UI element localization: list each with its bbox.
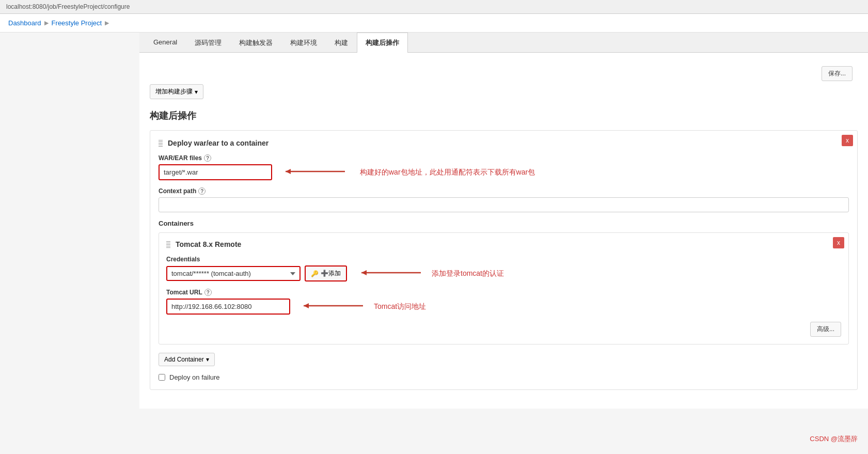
tab-source[interactable]: 源码管理 [186, 33, 230, 53]
add-build-step-arrow: ▾ [195, 88, 198, 96]
war-input-row: 构建好的war包地址，此处用通配符表示下载所有war包 [159, 164, 849, 180]
tomcat-url-help-icon[interactable]: ? [204, 289, 212, 296]
add-build-step-button[interactable]: 增加构建步骤 ▾ [150, 84, 203, 99]
tab-post-build[interactable]: 构建后操作 [357, 33, 408, 53]
browser-bar: localhost:8080/job/FreestyleProject/conf… [0, 0, 868, 14]
war-arrow-svg [280, 166, 348, 177]
tomcat-url-arrow-graphic [298, 301, 366, 312]
tab-trigger[interactable]: 构建触发器 [230, 33, 281, 53]
breadcrumb-project[interactable]: Freestyle Project [52, 19, 102, 27]
drag-handle-tomcat[interactable] [166, 240, 170, 248]
tomcat-url-arrow-svg [298, 301, 366, 311]
content-area: 保存... 增加构建步骤 ▾ 构建后操作 x Deploy war/ear to… [139, 53, 868, 409]
add-build-step-row: 增加构建步骤 ▾ [150, 84, 858, 99]
tabs-bar: General 源码管理 构建触发器 构建环境 构建 构建后操作 [139, 33, 868, 53]
credentials-label: Credentials [166, 256, 841, 263]
context-path-row: Context path ? [159, 187, 849, 212]
war-annotation-row: 构建好的war包地址，此处用通配符表示下载所有war包 [280, 166, 535, 178]
context-path-input[interactable] [159, 197, 849, 212]
post-build-title: 构建后操作 [150, 109, 858, 122]
add-container-row: Add Container ▾ [159, 353, 849, 366]
add-build-step-label: 增加构建步骤 [155, 87, 193, 96]
save-button[interactable]: 保存... [822, 66, 853, 81]
creds-annotation-text: 添加登录tomcat的认证 [432, 269, 504, 278]
war-ear-input[interactable] [159, 164, 272, 180]
breadcrumb-dashboard[interactable]: Dashboard [8, 19, 41, 27]
drag-handle-deploy[interactable] [159, 139, 163, 147]
tab-general[interactable]: General [145, 33, 186, 53]
creds-arrow-svg [356, 268, 423, 278]
tomcat-url-input-row: Tomcat访问地址 [166, 299, 841, 315]
context-path-label: Context path ? [159, 187, 849, 195]
tomcat-url-label: Tomcat URL ? [166, 289, 841, 296]
breadcrumb: Dashboard ▶ Freestyle Project ▶ [0, 14, 868, 33]
creds-arrow-graphic [356, 268, 423, 279]
deploy-section-header: Deploy war/ear to a container [159, 139, 849, 147]
war-help-icon[interactable]: ? [204, 154, 211, 162]
add-label: ➕添加 [321, 269, 341, 278]
containers-label: Containers [159, 220, 849, 227]
credentials-add-button[interactable]: 🔑 ➕添加 [305, 265, 347, 281]
svg-marker-1 [286, 169, 291, 174]
breadcrumb-sep1: ▶ [44, 20, 49, 26]
deploy-on-failure-label: Deploy on failure [169, 373, 220, 381]
advanced-btn-row: 高级... [166, 322, 841, 337]
tomcat-section: x Tomcat 8.x Remote Credentials tomcat/*… [159, 232, 849, 345]
tomcat-url-annotation-row: Tomcat访问地址 [298, 301, 426, 312]
war-arrow-graphic [280, 166, 348, 178]
tab-build[interactable]: 构建 [326, 33, 357, 53]
deploy-section: x Deploy war/ear to a container WAR/EAR … [150, 130, 858, 390]
credentials-row: Credentials tomcat/****** (tomcat-auth) … [166, 256, 841, 281]
watermark: CSDN @流墨辞 [810, 434, 858, 444]
tab-build-env[interactable]: 构建环境 [281, 33, 326, 53]
svg-marker-3 [361, 270, 367, 275]
add-container-arrow: ▾ [206, 356, 209, 363]
deploy-close-button[interactable]: x [842, 135, 853, 146]
advanced-button[interactable]: 高级... [810, 322, 841, 337]
context-help-icon[interactable]: ? [198, 187, 206, 195]
deploy-on-failure-checkbox[interactable] [159, 374, 165, 381]
tomcat-section-header: Tomcat 8.x Remote [166, 240, 841, 248]
credentials-select[interactable]: tomcat/****** (tomcat-auth) [166, 266, 301, 281]
svg-marker-5 [304, 303, 309, 308]
breadcrumb-sep2: ▶ [105, 20, 109, 26]
add-container-button[interactable]: Add Container ▾ [159, 353, 215, 366]
deploy-failure-row: Deploy on failure [159, 373, 849, 381]
add-container-label: Add Container [164, 356, 204, 363]
creds-annotation-row: 添加登录tomcat的认证 [356, 268, 504, 279]
tomcat-url-input[interactable] [166, 299, 290, 315]
url-bar: localhost:8080/job/FreestyleProject/conf… [6, 3, 130, 10]
tomcat-url-annotation-text: Tomcat访问地址 [374, 302, 426, 311]
deploy-section-title: Deploy war/ear to a container [168, 139, 269, 147]
war-field-label: WAR/EAR files ? [159, 154, 849, 162]
save-btn-row: 保存... [150, 63, 858, 84]
war-annotation-text: 构建好的war包地址，此处用通配符表示下载所有war包 [360, 168, 535, 177]
credentials-input-row: tomcat/****** (tomcat-auth) 🔑 ➕添加 [166, 265, 841, 281]
tomcat-section-title: Tomcat 8.x Remote [176, 240, 241, 248]
tomcat-close-button[interactable]: x [833, 237, 844, 248]
tomcat-url-row: Tomcat URL ? [166, 289, 841, 315]
war-field-row: WAR/EAR files ? 构建好的war包地址，此处用通配符表示下载 [159, 154, 849, 180]
key-icon: 🔑 [311, 270, 319, 277]
